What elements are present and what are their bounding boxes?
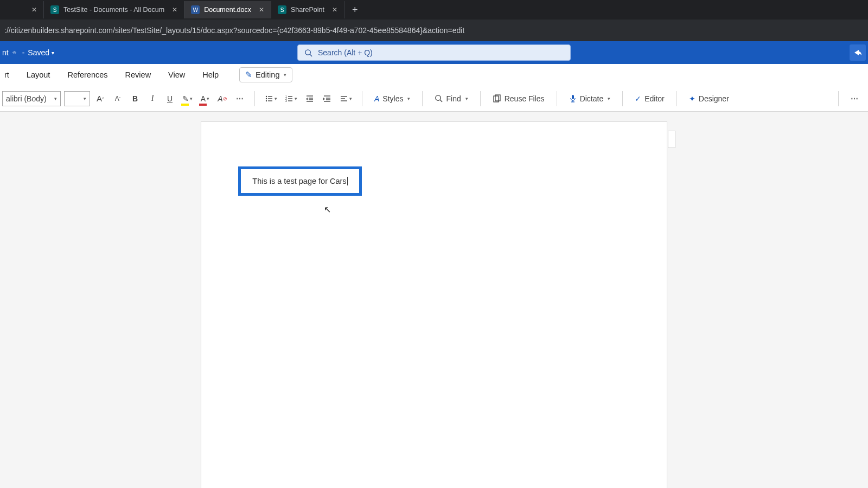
share-button[interactable] — [850, 44, 866, 61]
ribbon-overflow-button[interactable]: ⋯ — [847, 91, 861, 107]
separator — [480, 91, 481, 106]
highlight-button[interactable]: ✎▾ — [180, 91, 195, 107]
editor-icon: ✓ — [635, 94, 641, 103]
ribbon-tab-review[interactable]: Review — [123, 67, 154, 82]
close-icon[interactable]: ✕ — [259, 6, 264, 14]
editor-button[interactable]: ✓ Editor — [630, 91, 669, 107]
separator — [676, 91, 677, 106]
search-icon — [304, 49, 312, 57]
find-button[interactable]: Find ▾ — [430, 91, 472, 107]
svg-line-26 — [441, 100, 443, 102]
ruler-handle[interactable] — [668, 131, 675, 148]
font-size-select[interactable]: ▾ — [64, 91, 90, 106]
chevron-down-icon: ▾ — [608, 96, 610, 101]
chevron-down-icon: ▾ — [275, 96, 277, 101]
tab-title: Document.docx — [204, 6, 251, 14]
word-icon: W — [191, 5, 200, 14]
ribbon-tabs: rt Layout References Review View Help ✎ … — [0, 64, 868, 86]
svg-rect-29 — [572, 95, 574, 99]
chevron-down-icon: ▾ — [54, 96, 57, 101]
ribbon-tab-insert-fragment[interactable]: rt — [2, 67, 11, 82]
ribbon-toolbar: alibri (Body) ▾ ▾ A^ Aˇ B I U ✎▾ A▾ A⊘ ⋯… — [0, 86, 868, 112]
svg-point-0 — [305, 49, 310, 54]
clear-formatting-button[interactable]: A⊘ — [215, 91, 229, 107]
chevron-down-icon: ▾ — [465, 96, 468, 101]
sharepoint-icon: S — [278, 5, 286, 14]
search-input[interactable]: Search (Alt + Q) — [297, 44, 571, 61]
chevron-down-icon: ▾ — [349, 96, 352, 101]
text-box[interactable]: This is a test page for Cars — [238, 166, 362, 196]
styles-button[interactable]: A Styles ▾ — [370, 91, 414, 107]
font-color-button[interactable]: A▾ — [198, 91, 212, 107]
separator — [838, 91, 839, 106]
document-page[interactable]: This is a test page for Cars ↖ — [201, 121, 667, 488]
browser-tab-0[interactable]: S TestSite - Documents - All Docum ✕ — [44, 1, 184, 18]
separator — [557, 91, 557, 106]
browser-tab-2[interactable]: S SharePoint ✕ — [271, 1, 344, 18]
grow-font-button[interactable]: A^ — [93, 91, 107, 107]
svg-point-2 — [266, 95, 267, 97]
svg-line-1 — [310, 54, 312, 56]
align-button[interactable]: ▾ — [337, 91, 354, 107]
decrease-indent-button[interactable] — [303, 91, 317, 107]
search-icon — [435, 94, 443, 102]
chevron-down-icon: ▾ — [84, 96, 86, 101]
mic-icon — [569, 94, 577, 103]
doc-name-fragment: nt — [2, 48, 9, 57]
close-icon[interactable]: ✕ — [332, 6, 337, 14]
highlight-icon: ✎ — [182, 94, 189, 103]
dictate-button[interactable]: Dictate ▾ — [565, 91, 615, 107]
chevron-down-icon: ▾ — [295, 96, 297, 101]
reuse-files-button[interactable]: Reuse Files — [488, 91, 549, 107]
svg-point-25 — [436, 95, 441, 100]
ribbon-tab-references[interactable]: References — [65, 67, 110, 82]
url-text: ://citizenbuilders.sharepoint.com/sites/… — [4, 26, 464, 35]
italic-button[interactable]: I — [145, 91, 159, 107]
bullets-button[interactable]: ▾ — [263, 91, 279, 107]
font-name-select[interactable]: alibri (Body) ▾ — [2, 91, 61, 106]
chevron-down-icon: ▾ — [190, 96, 193, 101]
indent-icon — [323, 94, 331, 103]
people-icon: ᯤ — [12, 49, 19, 57]
underline-button[interactable]: U — [163, 91, 177, 107]
chevron-down-icon: ▾ — [52, 50, 54, 56]
new-tab-button[interactable]: + — [344, 4, 366, 16]
tab-prev-close[interactable]: ✕ — [22, 1, 44, 18]
designer-button[interactable]: ✦ Designer — [685, 91, 733, 107]
separator — [622, 91, 623, 106]
increase-indent-button[interactable] — [320, 91, 334, 107]
app-header: nt ᯤ - Saved ▾ Search (Alt + Q) — [0, 41, 868, 64]
ribbon-tab-view[interactable]: View — [166, 67, 187, 82]
chevron-down-icon: ▾ — [207, 96, 209, 101]
styles-icon: A — [374, 94, 379, 103]
numbering-icon: 123 — [285, 94, 293, 103]
pen-icon: ✎ — [245, 70, 252, 79]
tab-title: TestSite - Documents - All Docum — [63, 6, 164, 14]
editing-mode-dropdown[interactable]: ✎ Editing ▾ — [239, 67, 292, 82]
font-color-icon: A — [201, 94, 206, 103]
dash: - — [22, 48, 25, 57]
bullets-icon — [265, 94, 273, 103]
browser-tab-1[interactable]: W Document.docx ✕ — [184, 1, 271, 18]
align-icon — [340, 94, 348, 103]
search-placeholder: Search (Alt + Q) — [318, 48, 373, 57]
address-bar[interactable]: ://citizenbuilders.sharepoint.com/sites/… — [0, 20, 868, 41]
svg-point-4 — [266, 98, 267, 99]
more-font-options[interactable]: ⋯ — [233, 91, 247, 107]
bold-button[interactable]: B — [128, 91, 142, 107]
svg-text:3: 3 — [285, 99, 287, 102]
saved-status[interactable]: Saved ▾ — [28, 48, 54, 57]
document-canvas[interactable]: This is a test page for Cars ↖ — [0, 112, 868, 488]
ribbon-tab-layout[interactable]: Layout — [24, 67, 53, 82]
outdent-icon — [305, 94, 314, 103]
ribbon-tab-help[interactable]: Help — [200, 67, 221, 82]
close-icon[interactable]: ✕ — [172, 6, 177, 14]
numbering-button[interactable]: 123 ▾ — [283, 91, 299, 107]
shrink-font-button[interactable]: Aˇ — [111, 91, 125, 107]
close-icon: ✕ — [31, 6, 37, 14]
separator — [362, 91, 362, 106]
designer-icon: ✦ — [689, 94, 695, 103]
share-icon — [853, 48, 862, 57]
browser-tab-strip: ✕ S TestSite - Documents - All Docum ✕ W… — [0, 0, 868, 20]
chevron-down-icon: ▾ — [407, 96, 410, 101]
